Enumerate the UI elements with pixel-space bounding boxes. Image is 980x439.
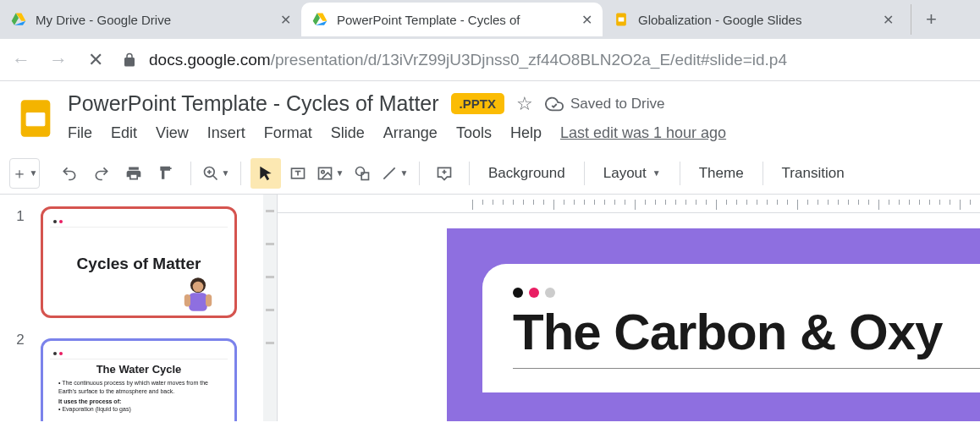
- close-icon[interactable]: ✕: [280, 12, 291, 28]
- save-status[interactable]: Saved to Drive: [545, 95, 665, 113]
- slide-thumbnail[interactable]: The Water Cycle • The continuous process…: [41, 338, 237, 421]
- select-tool[interactable]: [251, 158, 281, 189]
- forward-button[interactable]: →: [47, 49, 69, 71]
- lock-icon: [122, 52, 137, 68]
- menu-help[interactable]: Help: [510, 124, 542, 142]
- slide-thumbnail[interactable]: Cycles of Matter: [41, 206, 237, 318]
- url-path: /presentation/d/13iVrZ99jU3Djnss0_zf44O8…: [271, 51, 787, 69]
- svg-line-11: [212, 175, 217, 179]
- textbox-tool[interactable]: [283, 158, 313, 189]
- thumb-title: Cycles of Matter: [50, 255, 228, 273]
- paint-format-button[interactable]: [151, 158, 181, 189]
- browser-tab[interactable]: My Drive - Google Drive ✕: [0, 3, 301, 36]
- browser-tab-active[interactable]: PowerPoint Template - Cycles of ✕: [301, 3, 603, 36]
- browser-tab[interactable]: Globalization - Google Slides ✕: [603, 3, 904, 36]
- image-tool[interactable]: ▼: [315, 158, 345, 189]
- title-area: PowerPoint Template - Cycles of Matter .…: [0, 81, 980, 142]
- file-type-badge: .PPTX: [451, 93, 504, 114]
- svg-rect-7: [619, 18, 625, 22]
- cloud-check-icon: [545, 95, 564, 113]
- redo-button[interactable]: [86, 158, 117, 189]
- close-icon[interactable]: ✕: [581, 12, 592, 28]
- url-host: docs.google.com: [149, 51, 271, 69]
- svg-rect-28: [206, 294, 212, 306]
- drive-favicon-icon: [10, 11, 27, 28]
- menu-insert[interactable]: Insert: [207, 124, 245, 142]
- thumb-title: The Water Cycle: [50, 363, 228, 376]
- slide-number: 1: [0, 208, 41, 332]
- url-input[interactable]: docs.google.com/presentation/d/13iVrZ99j…: [122, 51, 970, 69]
- thumb-body: • The continuous process by which water …: [50, 376, 228, 417]
- close-icon[interactable]: ✕: [883, 12, 894, 28]
- document-title[interactable]: PowerPoint Template - Cycles of Matter: [68, 91, 439, 116]
- theme-button[interactable]: Theme: [689, 165, 754, 182]
- svg-line-21: [383, 167, 394, 178]
- menu-arrange[interactable]: Arrange: [383, 124, 438, 142]
- menu-view[interactable]: View: [156, 124, 189, 142]
- new-tab-button[interactable]: +: [911, 4, 941, 35]
- slides-logo-icon[interactable]: [14, 96, 58, 140]
- svg-rect-9: [26, 113, 45, 126]
- svg-rect-27: [184, 294, 190, 306]
- tab-title: Globalization - Google Slides: [638, 13, 874, 27]
- window-dots-icon: [513, 288, 980, 298]
- menu-tools[interactable]: Tools: [456, 124, 492, 142]
- svg-point-19: [356, 167, 365, 175]
- menu-bar: File Edit View Insert Format Slide Arran…: [68, 124, 966, 142]
- new-slide-button[interactable]: ＋ ▼: [9, 158, 40, 189]
- tab-title: PowerPoint Template - Cycles of: [337, 13, 573, 27]
- slides-favicon-icon: [613, 11, 630, 28]
- horizontal-ruler[interactable]: [278, 195, 980, 213]
- menu-edit[interactable]: Edit: [111, 124, 137, 142]
- filmstrip-gutter[interactable]: [263, 195, 277, 421]
- undo-button[interactable]: [54, 158, 85, 189]
- filmstrip: 1 2 Cycles of Matter The Water Cycle • T…: [0, 195, 278, 421]
- toolbar: ＋ ▼ ▼ ▼ ▼ Background Layout▼ Theme Trans…: [0, 152, 980, 195]
- zoom-button[interactable]: ▼: [201, 158, 231, 189]
- character-icon: [175, 272, 221, 317]
- browser-tab-strip: My Drive - Google Drive ✕ PowerPoint Tem…: [0, 0, 980, 39]
- menu-format[interactable]: Format: [264, 124, 312, 142]
- svg-point-25: [193, 282, 204, 293]
- back-button[interactable]: ←: [10, 49, 32, 71]
- content-area: 1 2 Cycles of Matter The Water Cycle • T…: [0, 195, 980, 421]
- slide-canvas-area[interactable]: The Carbon & Oxy: [278, 195, 980, 421]
- star-button[interactable]: ☆: [516, 93, 533, 115]
- transition-button[interactable]: Transition: [772, 165, 855, 182]
- slide-number: 2: [0, 332, 41, 348]
- slides-favicon-icon: [311, 11, 328, 28]
- menu-slide[interactable]: Slide: [331, 124, 365, 142]
- address-bar: ← → ✕ docs.google.com/presentation/d/13i…: [0, 39, 980, 81]
- stop-button[interactable]: ✕: [85, 49, 107, 71]
- svg-rect-20: [361, 173, 368, 179]
- last-edit-link[interactable]: Last edit was 1 hour ago: [560, 124, 726, 142]
- svg-point-18: [321, 170, 323, 173]
- slide-heading[interactable]: The Carbon & Oxy: [513, 303, 980, 361]
- layout-button[interactable]: Layout▼: [593, 165, 671, 182]
- slide[interactable]: The Carbon & Oxy: [447, 228, 980, 421]
- background-button[interactable]: Background: [478, 165, 575, 182]
- line-tool[interactable]: ▼: [379, 158, 410, 189]
- tab-title: My Drive - Google Drive: [36, 13, 272, 27]
- comment-button[interactable]: [429, 158, 460, 189]
- shape-tool[interactable]: [347, 158, 377, 189]
- save-status-text: Saved to Drive: [570, 96, 665, 112]
- svg-rect-26: [189, 293, 207, 311]
- print-button[interactable]: [118, 158, 149, 189]
- menu-file[interactable]: File: [68, 124, 92, 142]
